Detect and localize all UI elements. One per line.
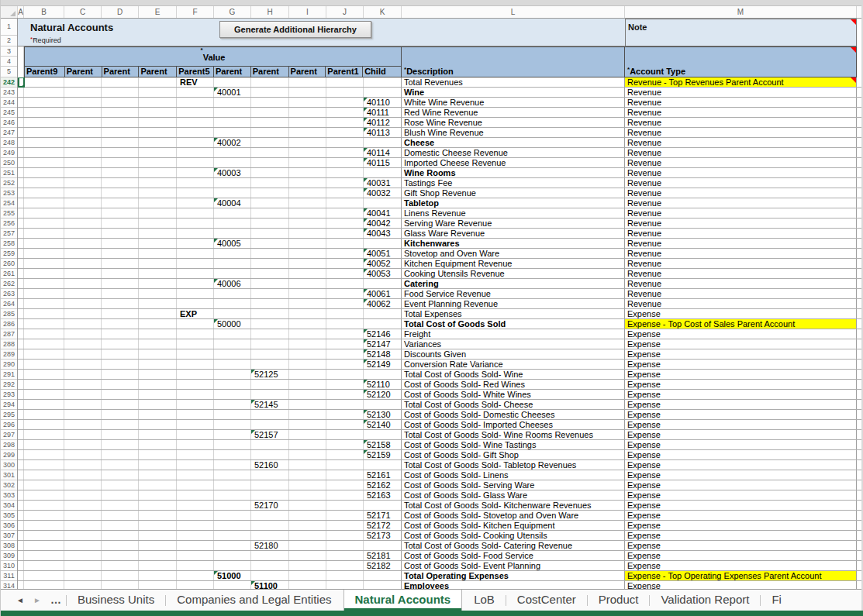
row-header-311[interactable]: 311 bbox=[1, 571, 17, 581]
grid-cell[interactable] bbox=[24, 178, 64, 188]
grid-cell[interactable] bbox=[18, 239, 24, 248]
column-header-h[interactable]: H bbox=[251, 6, 289, 18]
grid-cell[interactable] bbox=[177, 138, 214, 147]
description-cell[interactable]: Cost of Goods Sold- Serving Ware bbox=[402, 480, 625, 490]
value-cell[interactable]: 40031 bbox=[364, 178, 402, 188]
grid-cell[interactable] bbox=[364, 430, 402, 439]
grid-cell[interactable] bbox=[64, 239, 102, 248]
grid-cell[interactable] bbox=[289, 450, 326, 459]
account-type-header-cell[interactable]: *Account Type bbox=[625, 46, 857, 77]
grid-cell[interactable] bbox=[64, 198, 102, 208]
account-type-cell[interactable]: Revenue bbox=[625, 148, 857, 157]
grid-cell[interactable] bbox=[214, 551, 251, 560]
value-cell[interactable]: 52172 bbox=[364, 521, 402, 530]
grid-cell[interactable] bbox=[18, 208, 24, 218]
grid-cell[interactable] bbox=[24, 208, 64, 218]
value-cell[interactable]: 52146 bbox=[364, 329, 402, 339]
description-cell[interactable]: Imported Cheese Revenue bbox=[402, 158, 625, 167]
account-type-cell[interactable]: Expense bbox=[625, 501, 857, 510]
grid-cell[interactable] bbox=[326, 541, 364, 550]
grid-cell[interactable] bbox=[18, 470, 24, 480]
value-cell[interactable]: 40110 bbox=[364, 98, 402, 107]
grid-cell[interactable] bbox=[326, 148, 364, 157]
grid-cell[interactable] bbox=[214, 77, 251, 87]
grid-cell[interactable] bbox=[177, 551, 214, 560]
grid-cell[interactable] bbox=[251, 208, 289, 218]
description-cell[interactable]: Cost of Goods Sold- Cooking Utensils bbox=[402, 531, 625, 540]
grid-cell[interactable] bbox=[326, 208, 364, 218]
grid-cell[interactable] bbox=[214, 349, 251, 359]
account-type-cell[interactable]: Expense bbox=[625, 380, 857, 389]
grid-cell[interactable] bbox=[214, 511, 251, 520]
account-type-cell[interactable]: Revenue - Top Revenues Parent Account bbox=[625, 77, 857, 87]
grid-cell[interactable] bbox=[24, 279, 64, 288]
grid-cell[interactable] bbox=[24, 430, 64, 439]
row-header-257[interactable]: 257 bbox=[1, 229, 17, 239]
description-cell[interactable]: Gift Shop Revenue bbox=[402, 188, 625, 198]
grid-cell[interactable] bbox=[18, 440, 24, 449]
description-cell[interactable]: Employees bbox=[402, 581, 625, 589]
row-header-307[interactable]: 307 bbox=[1, 531, 17, 541]
grid-cell[interactable] bbox=[24, 198, 64, 208]
grid-cell[interactable] bbox=[24, 521, 64, 530]
grid-cell[interactable] bbox=[251, 249, 289, 258]
grid-cell[interactable] bbox=[251, 571, 289, 580]
grid-cell[interactable] bbox=[364, 279, 402, 288]
grid-cell[interactable] bbox=[289, 339, 326, 349]
grid-cell[interactable] bbox=[326, 511, 364, 520]
grid-cell[interactable] bbox=[64, 390, 102, 399]
grid-cell[interactable] bbox=[139, 188, 177, 198]
grid-cell[interactable] bbox=[64, 77, 102, 87]
grid-cell[interactable] bbox=[289, 98, 326, 107]
grid-cell[interactable] bbox=[102, 551, 139, 560]
description-cell[interactable]: Cost of Goods Sold- Linens bbox=[402, 470, 625, 480]
description-cell[interactable]: Blush Wine Revenue bbox=[402, 128, 625, 137]
grid-cell[interactable] bbox=[177, 289, 214, 298]
account-type-cell[interactable]: Revenue bbox=[625, 289, 857, 298]
grid-cell[interactable] bbox=[251, 349, 289, 359]
grid-cell[interactable] bbox=[24, 108, 64, 117]
account-type-cell[interactable]: Expense bbox=[625, 470, 857, 480]
grid-cell[interactable] bbox=[139, 279, 177, 288]
description-cell[interactable]: Cost of Goods Sold- Imported Cheeses bbox=[402, 420, 625, 429]
grid-cell[interactable] bbox=[326, 410, 364, 419]
grid-cell[interactable] bbox=[139, 309, 177, 318]
grid-cell[interactable] bbox=[139, 410, 177, 419]
grid-cell[interactable] bbox=[102, 128, 139, 137]
grid-cell[interactable] bbox=[364, 460, 402, 470]
account-type-cell[interactable]: Expense bbox=[625, 581, 857, 589]
row-header-256[interactable]: 256 bbox=[1, 219, 17, 229]
grid-cell[interactable] bbox=[102, 490, 139, 500]
row-header-259[interactable]: 259 bbox=[1, 249, 17, 259]
grid-cell[interactable] bbox=[18, 390, 24, 399]
grid-cell[interactable] bbox=[18, 198, 24, 208]
grid-cell[interactable] bbox=[326, 581, 364, 589]
row-header-243[interactable]: 243 bbox=[1, 88, 17, 98]
account-type-cell[interactable]: Revenue bbox=[625, 239, 857, 248]
account-type-cell[interactable]: Revenue bbox=[625, 229, 857, 238]
row-header-248[interactable]: 248 bbox=[1, 138, 17, 148]
grid-cell[interactable] bbox=[177, 571, 214, 580]
generate-additional-hierarchy-button[interactable]: Generate Additional Hierarchy bbox=[219, 21, 371, 38]
grid-cell[interactable] bbox=[24, 531, 64, 540]
grid-cell[interactable] bbox=[251, 309, 289, 318]
row-header-295[interactable]: 295 bbox=[1, 410, 17, 420]
grid-cell[interactable] bbox=[139, 88, 177, 97]
row-header-255[interactable]: 255 bbox=[1, 208, 17, 219]
grid-cell[interactable] bbox=[214, 269, 251, 278]
grid-cell[interactable] bbox=[64, 329, 102, 339]
grid-cell[interactable] bbox=[24, 460, 64, 470]
grid-cell[interactable] bbox=[289, 309, 326, 318]
grid-cell[interactable] bbox=[214, 208, 251, 218]
grid-cell[interactable] bbox=[24, 511, 64, 520]
grid-cell[interactable] bbox=[102, 77, 139, 87]
grid-cell[interactable] bbox=[251, 380, 289, 389]
grid-cell[interactable] bbox=[18, 279, 24, 288]
description-cell[interactable]: Total Cost of Goods Sold- Cheese bbox=[402, 400, 625, 409]
grid-cell[interactable] bbox=[289, 299, 326, 308]
grid-cell[interactable] bbox=[177, 430, 214, 439]
value-cell[interactable]: 40061 bbox=[364, 289, 402, 298]
grid-cell[interactable] bbox=[251, 128, 289, 137]
grid-cell[interactable] bbox=[177, 390, 214, 399]
grid-cell[interactable] bbox=[326, 339, 364, 349]
